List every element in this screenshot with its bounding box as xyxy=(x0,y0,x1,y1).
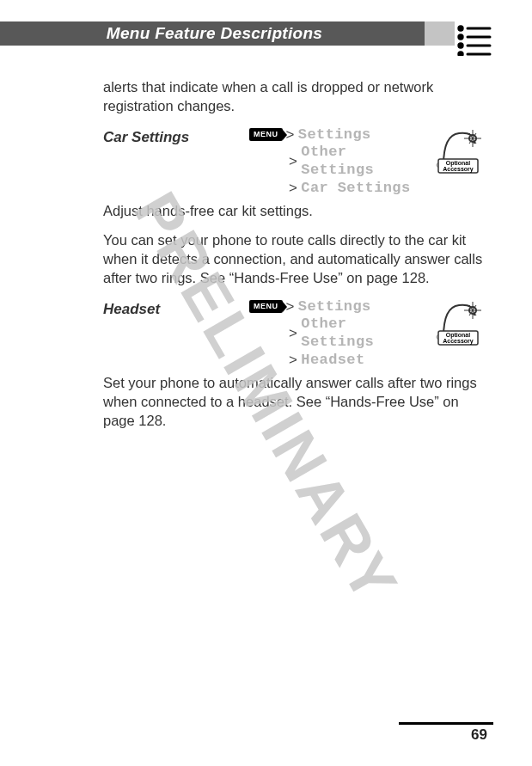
nav-step: Car Settings xyxy=(301,180,410,198)
svg-point-2 xyxy=(459,35,462,39)
optional-accessory-icon: Optional Accessory xyxy=(433,298,485,352)
header-bar-light xyxy=(425,21,455,46)
intro-paragraph: alerts that indicate when a call is drop… xyxy=(103,78,485,116)
nav-path: MENU > Settings >Other Settings >Headset xyxy=(249,298,428,370)
nav-step: Settings xyxy=(298,126,371,144)
nav-step: Headset xyxy=(301,352,364,370)
accessory-label-line2: Accessory xyxy=(443,338,474,345)
menu-key-icon: MENU xyxy=(249,128,283,141)
menu-key-icon: MENU xyxy=(249,300,283,313)
header-band: Menu Feature Descriptions xyxy=(30,21,493,54)
section-car-settings: Car Settings MENU > Settings >Other Sett… xyxy=(103,126,485,288)
page-number: 69 xyxy=(471,726,487,744)
list-icon xyxy=(456,23,493,59)
optional-accessory-icon: Optional Accessory xyxy=(433,126,485,180)
section-body-text: You can set your phone to route calls di… xyxy=(103,231,485,287)
section-title: Headset xyxy=(103,298,249,319)
section-body-text: Adjust hands-free car kit settings. xyxy=(103,202,485,221)
nav-step: Other Settings xyxy=(301,144,428,179)
nav-step: Settings xyxy=(298,298,371,316)
section-title: Car Settings xyxy=(103,126,249,147)
svg-point-6 xyxy=(459,52,462,56)
nav-path: MENU > Settings >Other Settings >Car Set… xyxy=(249,126,428,198)
content-area: alerts that indicate when a call is drop… xyxy=(30,78,493,431)
section-body-text: Set your phone to automatically answer c… xyxy=(103,374,485,430)
page: Menu Feature Descriptions PRELIMINARY al… xyxy=(0,0,532,766)
svg-point-0 xyxy=(459,27,462,30)
page-header-title: Menu Feature Descriptions xyxy=(30,21,399,46)
accessory-label-line2: Accessory xyxy=(443,166,474,173)
section-headset: Headset MENU > Settings >Other Settings … xyxy=(103,298,485,431)
nav-step: Other Settings xyxy=(301,316,428,351)
page-number-rule xyxy=(399,722,493,725)
svg-point-4 xyxy=(459,44,462,47)
